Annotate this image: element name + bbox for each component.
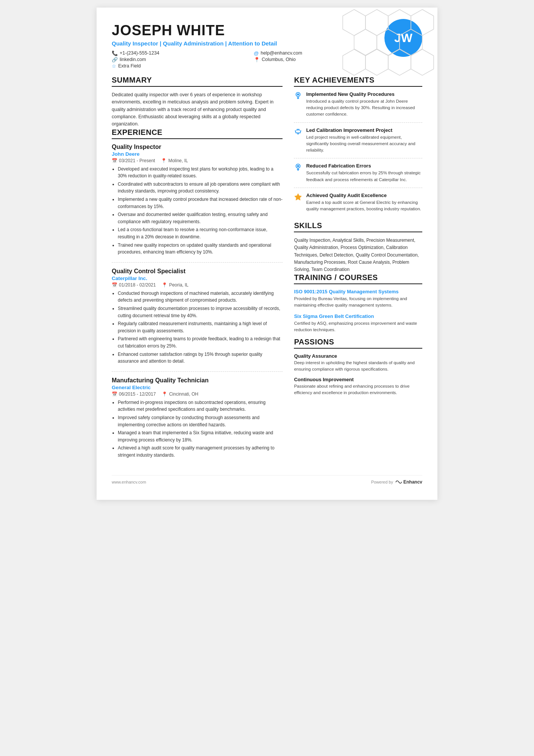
summary-text: Dedicated quality inspector with over 6 …: [112, 91, 283, 128]
training-1: ISO 9001:2015 Quality Management Systems…: [294, 289, 422, 309]
bullet: Enhanced customer satisfaction ratings b…: [118, 351, 283, 365]
bullet: Improved safety compliance by conducting…: [118, 414, 283, 428]
linkedin-icon: 🔗: [112, 57, 118, 63]
job-1-bullets: Developed and executed inspecting test p…: [112, 166, 283, 256]
summary-title: SUMMARY: [112, 76, 283, 87]
phone-icon: 📞: [112, 50, 118, 56]
bullet: Trained new quality inspectors on update…: [118, 242, 283, 256]
location-contact: 📍 Columbus, Ohio: [254, 57, 384, 63]
achievement-2: Led Calibration Improvement Project Led …: [294, 127, 422, 159]
achievement-4-content: Achieved Quality Audit Excellence Earned…: [306, 193, 422, 213]
achievement-1-text: Introduced a quality control procedure a…: [306, 98, 422, 118]
email-value: help@enhancv.com: [261, 50, 302, 56]
bullet: Partnered with engineering teams to prov…: [118, 335, 283, 349]
job-3-location: 📍 Cincinnati, OH: [162, 391, 198, 397]
email-contact: @ help@enhancv.com: [254, 50, 384, 56]
linkedin-value: linkedin.com: [120, 57, 146, 62]
achievement-4-title: Achieved Quality Audit Excellence: [306, 193, 422, 198]
passions-title: PASSIONS: [294, 338, 422, 349]
training-2-text: Certified by ASQ, emphasizing process im…: [294, 320, 422, 333]
svg-point-2: [297, 93, 300, 95]
bullet: Streamlined quality documentation proces…: [118, 305, 283, 319]
job-2: Quality Control Specialist Caterpillar I…: [112, 268, 283, 372]
achievement-3: Reduced Fabrication Errors Successfully …: [294, 163, 422, 188]
job-2-bullets: Conducted thorough inspections of machin…: [112, 290, 283, 365]
job-1-location: 📍 Moline, IL: [161, 158, 188, 163]
location-value: Columbus, Ohio: [262, 57, 296, 62]
header-right: JW: [384, 23, 422, 57]
achievement-2-text: Led project resulting in well-calibrated…: [306, 134, 422, 154]
contact-grid: 📞 +1-(234)-555-1234 @ help@enhancv.com 🔗…: [112, 50, 384, 69]
star-icon: ☆: [112, 63, 116, 69]
job-3-bullets: Performed in-progress inspections on sub…: [112, 399, 283, 459]
bullet: Developed and executed inspecting test p…: [118, 166, 283, 180]
phone-contact: 📞 +1-(234)-555-1234: [112, 50, 242, 56]
extra-value: Extra Field: [118, 63, 141, 69]
svg-point-5: [297, 165, 300, 167]
training-1-text: Provided by Bureau Veritas, focusing on …: [294, 296, 422, 309]
passion-1-text: Deep interest in upholding the highest s…: [294, 360, 422, 373]
job-2-title: Quality Control Specialist: [112, 268, 283, 275]
footer-website: www.enhancv.com: [112, 480, 146, 484]
svg-rect-3: [297, 128, 300, 130]
training-2: Six Sigma Green Belt Certification Certi…: [294, 313, 422, 333]
achievement-3-icon: [294, 163, 302, 183]
footer: www.enhancv.com Powered by Enhancv: [112, 475, 422, 485]
achievement-1-content: Implemented New Quality Procedures Intro…: [306, 91, 422, 118]
training-1-title: ISO 9001:2015 Quality Management Systems: [294, 289, 422, 294]
skills-text: Quality Inspection, Analytical Skills, P…: [294, 237, 422, 273]
pin-icon-1: 📍: [161, 158, 167, 163]
header-left: JOSEPH WHITE Quality Inspector | Quality…: [112, 23, 384, 69]
job-2-meta: 📅 01/2018 - 02/2021 📍 Peoria, IL: [112, 282, 283, 288]
bullet: Achieved a high audit score for quality …: [118, 445, 283, 459]
achievement-2-content: Led Calibration Improvement Project Led …: [306, 127, 422, 154]
calendar-icon-3: 📅: [112, 391, 117, 397]
job-3-meta: 📅 06/2015 - 12/2017 📍 Cincinnati, OH: [112, 391, 283, 397]
bullet: Performed in-progress inspections on sub…: [118, 399, 283, 413]
phone-value: +1-(234)-555-1234: [120, 50, 159, 56]
experience-section: EXPERIENCE Quality Inspector John Deere …: [112, 128, 283, 459]
footer-brand: Powered by Enhancv: [371, 479, 422, 485]
job-1: Quality Inspector John Deere 📅 03/2021 -…: [112, 144, 283, 263]
bullet: Conducted thorough inspections of machin…: [118, 290, 283, 304]
achievement-4-icon: [294, 193, 302, 213]
job-1-date: 📅 03/2021 - Present: [112, 158, 155, 163]
training-section: TRAINING / COURSES ISO 9001:2015 Quality…: [294, 273, 422, 333]
passion-2: Continuous Improvement Passionate about …: [294, 377, 422, 396]
achievement-1: Implemented New Quality Procedures Intro…: [294, 91, 422, 123]
right-column: KEY ACHIEVEMENTS Implemented New Quality…: [294, 76, 422, 464]
achievement-1-title: Implemented New Quality Procedures: [306, 91, 422, 97]
job-2-company: Caterpillar Inc.: [112, 275, 283, 281]
bullet: Managed a team that implemented a Six Si…: [118, 429, 283, 443]
avatar: JW: [384, 19, 422, 57]
training-2-title: Six Sigma Green Belt Certification: [294, 313, 422, 319]
training-title: TRAINING / COURSES: [294, 273, 422, 284]
job-2-date: 📅 01/2018 - 02/2021: [112, 282, 156, 288]
achievement-4: Achieved Quality Audit Excellence Earned…: [294, 193, 422, 217]
extra-contact: ☆ Extra Field: [112, 63, 242, 69]
candidate-name: JOSEPH WHITE: [112, 23, 384, 39]
location-icon: 📍: [254, 57, 260, 63]
bullet: Regularly calibrated measurement instrum…: [118, 320, 283, 334]
passion-1-title: Quality Assurance: [294, 353, 422, 359]
skills-section: SKILLS Quality Inspection, Analytical Sk…: [294, 221, 422, 273]
resume-page: JOSEPH WHITE Quality Inspector | Quality…: [97, 8, 437, 500]
achievement-3-text: Successfully cut fabrication errors by 2…: [306, 170, 422, 183]
achievement-4-text: Earned a top audit score at General Elec…: [306, 199, 422, 213]
enhancv-brand-name: Enhancv: [403, 479, 422, 485]
main-layout: SUMMARY Dedicated quality inspector with…: [112, 76, 422, 464]
summary-section: SUMMARY Dedicated quality inspector with…: [112, 76, 283, 128]
passion-2-text: Passionate about refining and enhancing …: [294, 383, 422, 396]
achievement-2-icon: [294, 128, 302, 154]
key-achievements-section: KEY ACHIEVEMENTS Implemented New Quality…: [294, 76, 422, 217]
svg-marker-6: [295, 194, 301, 200]
achievement-1-icon: [294, 92, 302, 118]
powered-by-label: Powered by: [371, 480, 393, 484]
key-achievements-title: KEY ACHIEVEMENTS: [294, 76, 422, 87]
linkedin-contact: 🔗 linkedin.com: [112, 57, 242, 63]
bullet: Coordinated with subcontractors to ensur…: [118, 181, 283, 195]
job-3-company: General Electric: [112, 385, 283, 390]
bullet: Implemented a new quality control proced…: [118, 196, 283, 210]
job-1-meta: 📅 03/2021 - Present 📍 Moline, IL: [112, 158, 283, 163]
passion-2-title: Continuous Improvement: [294, 377, 422, 382]
